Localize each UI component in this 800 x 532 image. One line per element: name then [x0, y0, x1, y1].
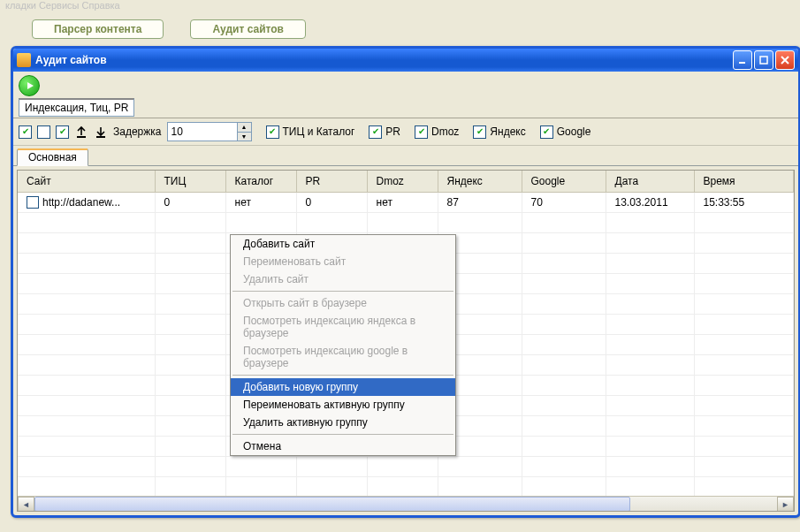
cell-yandex: 87	[438, 193, 522, 213]
menu-rename-site[interactable]: Переименовать сайт	[231, 253, 455, 270]
google-checkbox[interactable]	[540, 125, 553, 139]
table-row[interactable]: http://dadanew... 0 нет 0 нет 87 70 13.0…	[18, 193, 794, 213]
spin-down-icon[interactable]: ▼	[237, 133, 251, 141]
scroll-thumb[interactable]	[34, 497, 630, 512]
select-none-checkbox[interactable]	[37, 125, 50, 139]
svg-rect-2	[77, 136, 86, 138]
minimize-button[interactable]	[733, 50, 752, 70]
upload-icon[interactable]	[74, 125, 88, 139]
cell-catalog: нет	[225, 193, 296, 213]
window-titlebar: Аудит сайтов	[13, 49, 798, 72]
select-all-checkbox[interactable]	[19, 125, 32, 139]
parent-toolbar: Парсер контента Аудит сайтов	[0, 16, 800, 42]
cell-tic: 0	[155, 193, 225, 213]
minimize-icon	[738, 56, 747, 65]
col-time[interactable]: Время	[694, 171, 794, 193]
col-tic[interactable]: ТИЦ	[155, 171, 225, 193]
menu-separator	[232, 291, 453, 292]
grid-header-row: Сайт ТИЦ Каталог PR Dmoz Яндекс Google Д…	[18, 171, 794, 193]
cell-pr: 0	[296, 193, 367, 213]
table-row: .	[18, 457, 794, 477]
mode-toolbar: Индексация, Тиц, PR	[13, 72, 798, 118]
cell-dmoz: нет	[367, 193, 438, 213]
delay-value: 10	[171, 125, 183, 138]
col-pr[interactable]: PR	[296, 171, 367, 193]
col-date[interactable]: Дата	[606, 171, 694, 193]
menu-separator	[232, 434, 453, 435]
close-icon	[781, 56, 789, 65]
col-catalog[interactable]: Каталог	[225, 171, 296, 193]
col-google[interactable]: Google	[522, 171, 606, 193]
scroll-left-icon[interactable]: ◄	[18, 497, 34, 512]
row-checkbox[interactable]	[27, 196, 39, 209]
select-invert-checkbox[interactable]	[56, 125, 69, 139]
svg-rect-0	[739, 62, 745, 64]
menu-separator	[232, 375, 453, 376]
menu-rename-group[interactable]: Переименовать активную группу	[231, 396, 455, 414]
cell-time: 15:33:55	[694, 193, 794, 213]
menu-delete-site[interactable]: Удалить сайт	[231, 270, 455, 288]
menu-delete-group[interactable]: Удалить активную группу	[231, 414, 455, 431]
maximize-button[interactable]	[754, 50, 773, 70]
pr-label: PR	[385, 125, 400, 138]
menu-add-group[interactable]: Добавить новую группу	[231, 378, 455, 396]
app-icon	[17, 53, 31, 67]
svg-rect-1	[760, 57, 767, 64]
parent-menu-bar: кладки Сервисы Справка	[0, 0, 800, 12]
menu-open-browser[interactable]: Открыть сайт в браузере	[231, 294, 455, 312]
menu-add-site[interactable]: Добавить сайт	[231, 235, 455, 253]
delay-input[interactable]: 10 ▲ ▼	[167, 122, 252, 141]
run-button[interactable]	[19, 75, 40, 96]
spin-up-icon[interactable]: ▲	[237, 123, 251, 133]
delay-label: Задержка	[113, 125, 162, 138]
svg-rect-3	[96, 136, 105, 138]
table-row: .	[18, 213, 794, 233]
dmoz-checkbox[interactable]	[415, 125, 428, 139]
col-dmoz[interactable]: Dmoz	[367, 171, 438, 193]
mode-dropdown[interactable]: Индексация, Тиц, PR	[19, 98, 134, 117]
menu-view-google[interactable]: Посмотреть индексацию google в браузере	[231, 342, 455, 372]
menu-cancel[interactable]: Отмена	[231, 437, 455, 455]
parser-content-button[interactable]: Парсер контента	[32, 19, 164, 39]
window-title: Аудит сайтов	[35, 54, 107, 66]
scroll-right-icon[interactable]: ►	[777, 497, 794, 512]
col-yandex[interactable]: Яндекс	[438, 171, 522, 193]
menu-view-yandex[interactable]: Посмотреть индексацию яндекса в браузере	[231, 312, 455, 342]
google-label: Google	[557, 125, 591, 138]
audit-sites-button[interactable]: Аудит сайтов	[190, 19, 306, 39]
yandex-label: Яндекс	[490, 125, 525, 138]
pr-checkbox[interactable]	[369, 125, 382, 139]
tic-catalog-checkbox[interactable]	[266, 125, 279, 139]
table-row: .	[18, 477, 794, 498]
cell-site: http://dadanew...	[42, 196, 120, 209]
horizontal-scrollbar[interactable]: ◄ ►	[18, 496, 794, 512]
download-icon[interactable]	[94, 125, 108, 139]
tab-main[interactable]: Основная	[17, 148, 88, 166]
maximize-icon	[759, 56, 768, 65]
scroll-track[interactable]	[34, 497, 777, 512]
tic-catalog-label: ТИЦ и Каталог	[283, 125, 355, 138]
cell-date: 13.03.2011	[606, 193, 694, 213]
col-site[interactable]: Сайт	[18, 171, 155, 193]
cell-google: 70	[522, 193, 606, 213]
tab-strip: Основная	[13, 146, 798, 166]
yandex-checkbox[interactable]	[473, 125, 486, 139]
filter-toolbar: Задержка 10 ▲ ▼ ТИЦ и Каталог PR Dmoz Ян…	[13, 118, 798, 146]
dmoz-label: Dmoz	[431, 125, 459, 138]
context-menu: Добавить сайт Переименовать сайт Удалить…	[230, 234, 456, 456]
close-button[interactable]	[775, 50, 795, 70]
